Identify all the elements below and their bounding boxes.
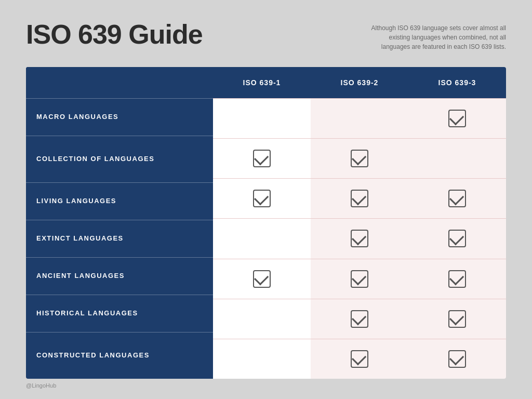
data-cell-2-2	[408, 178, 506, 218]
col-iso3: ISO 639-3	[408, 67, 506, 379]
data-cell-6-1	[311, 339, 408, 379]
checkbox-icon-4-2	[448, 270, 466, 288]
header: ISO 639 Guide Although ISO 639 language …	[26, 21, 506, 51]
checkbox-icon-4-1	[351, 270, 368, 288]
label-cell-1: COLLECTION OF LANGUAGES	[26, 136, 213, 182]
col-iso1: ISO 639-1	[213, 67, 311, 379]
row-label-6: CONSTRUCTED LANGUAGES	[36, 351, 150, 360]
label-col-header	[26, 67, 213, 98]
col-iso3-header: ISO 639-3	[408, 67, 506, 98]
label-cell-5: HISTORICAL LANGUAGES	[26, 295, 213, 332]
data-cell-5-1	[311, 299, 408, 339]
checkbox-icon-1-0	[253, 150, 271, 167]
label-cell-3: EXTINCT LANGUAGES	[26, 220, 213, 257]
header-note: Although ISO 639 language sets cover alm…	[361, 23, 506, 51]
checkbox-icon-6-2	[448, 350, 466, 368]
data-cell-3-1	[311, 218, 408, 258]
checkbox-icon-5-1	[351, 310, 368, 328]
col-iso1-header: ISO 639-1	[213, 67, 311, 98]
checkbox-icon-3-2	[448, 230, 466, 247]
checkbox-icon-5-2	[448, 310, 466, 328]
col-iso2: ISO 639-2	[311, 67, 408, 379]
row-label-0: MACRO LANGUAGES	[36, 113, 118, 122]
data-cell-2-1	[311, 178, 408, 218]
data-cell-0-0	[213, 98, 311, 138]
data-cell-1-2	[408, 138, 506, 178]
checkbox-icon-2-1	[351, 190, 368, 207]
data-cell-5-2	[408, 299, 506, 339]
data-cell-1-0	[213, 138, 311, 178]
row-label-1: COLLECTION OF LANGUAGES	[36, 155, 154, 164]
checkbox-icon-3-1	[351, 230, 368, 247]
row-label-3: EXTINCT LANGUAGES	[36, 234, 124, 243]
page-container: ISO 639 Guide Although ISO 639 language …	[0, 0, 532, 399]
checkbox-icon-2-2	[448, 190, 466, 207]
data-cell-6-0	[213, 339, 311, 379]
data-cell-2-0	[213, 178, 311, 218]
checkbox-icon-0-2	[448, 110, 466, 127]
checkbox-icon-6-1	[351, 350, 368, 368]
label-cell-4: ANCIENT LANGUAGES	[26, 257, 213, 295]
data-cell-0-2	[408, 98, 506, 138]
data-cell-1-1	[311, 138, 408, 178]
footer-credit: @LingoHub	[26, 382, 56, 389]
data-cell-4-0	[213, 259, 311, 299]
checkbox-icon-4-0	[253, 270, 271, 288]
label-column: MACRO LANGUAGESCOLLECTION OF LANGUAGESLI…	[26, 67, 213, 379]
row-label-5: HISTORICAL LANGUAGES	[36, 309, 138, 318]
row-label-4: ANCIENT LANGUAGES	[36, 272, 125, 281]
data-cell-4-1	[311, 259, 408, 299]
data-cell-5-0	[213, 299, 311, 339]
data-cell-3-0	[213, 218, 311, 258]
data-cell-3-2	[408, 218, 506, 258]
data-cell-6-2	[408, 339, 506, 379]
data-cell-0-1	[311, 98, 408, 138]
checkbox-icon-2-0	[253, 190, 271, 207]
comparison-table: MACRO LANGUAGESCOLLECTION OF LANGUAGESLI…	[26, 67, 506, 379]
row-label-2: LIVING LANGUAGES	[36, 197, 116, 206]
checkbox-icon-1-1	[351, 150, 368, 167]
label-cell-0: MACRO LANGUAGES	[26, 98, 213, 136]
col-iso2-header: ISO 639-2	[311, 67, 408, 98]
data-cell-4-2	[408, 259, 506, 299]
label-cell-2: LIVING LANGUAGES	[26, 182, 213, 220]
label-cell-6: CONSTRUCTED LANGUAGES	[26, 332, 213, 379]
data-columns: ISO 639-1 ISO 639-2 ISO 639-3	[213, 67, 506, 379]
page-title: ISO 639 Guide	[26, 21, 203, 48]
